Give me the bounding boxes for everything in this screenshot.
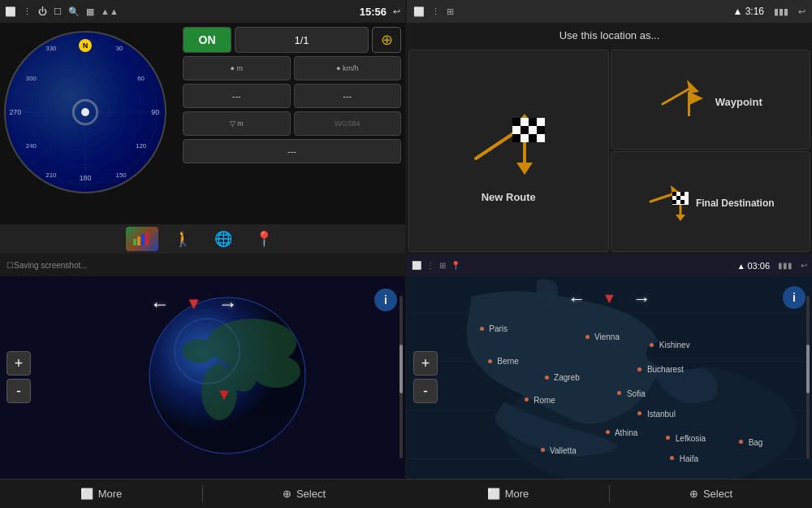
zoom-out-button-p4[interactable]: - xyxy=(413,379,438,403)
panel-location-select: ⬜ ⋮ ⊞ ▲ 3:16 ▮▮▮ ↩ Use this location as.… xyxy=(407,0,812,254)
p4-screen-icon: ⊞ xyxy=(439,261,446,270)
svg-line-50 xyxy=(650,193,675,202)
heading-label: N xyxy=(83,41,89,50)
svg-point-16 xyxy=(81,108,89,116)
select-button-p3[interactable]: ⊕ Select xyxy=(203,480,405,508)
svg-text:60: 60 xyxy=(137,75,145,82)
zoom-in-button-p3[interactable]: + xyxy=(6,351,31,376)
city-bucharest: Bucharest xyxy=(637,361,683,376)
waypoint-icon xyxy=(659,76,707,124)
svg-rect-30 xyxy=(133,239,136,245)
panel1-bottom-bar: 🚶 🌐 📍 xyxy=(0,224,405,254)
panel3-topbar: ☐ Saving screenshot... xyxy=(0,255,405,276)
value1-display: --- xyxy=(183,84,291,108)
svg-rect-39 xyxy=(529,118,537,126)
compass-circle: 0 180 90 270 30 60 120 150 210 240 300 3… xyxy=(4,31,166,193)
select-icon-p4: ⊕ xyxy=(689,488,698,500)
window-icon: ⬜ xyxy=(5,7,16,17)
new-route-option[interactable]: New Route xyxy=(408,50,609,252)
svg-rect-53 xyxy=(672,192,676,196)
nav-left-arrow[interactable]: ← xyxy=(150,293,170,315)
p2-back-icon[interactable]: ↩ xyxy=(798,7,806,17)
p2-signal: ▲ xyxy=(732,6,745,17)
panel4-topbar: ⬜ ⋮ ⊞ 📍 ▲ 03:06 ▮▮▮ ↩ xyxy=(407,255,812,276)
p4-signal: ▲ xyxy=(737,262,748,271)
p4-menu-icon[interactable]: ⋮ xyxy=(426,261,434,270)
svg-text:330: 330 xyxy=(45,45,57,52)
info-row-2: ● m ● km/h xyxy=(183,56,401,80)
value2-display: --- xyxy=(294,84,402,108)
svg-text:150: 150 xyxy=(116,172,127,179)
compass-area: 0 180 90 270 30 60 120 150 210 240 300 3… xyxy=(0,23,179,202)
svg-rect-57 xyxy=(680,200,685,204)
globe-button[interactable]: 🌐 xyxy=(207,227,240,251)
kmh-display: ● km/h xyxy=(294,56,402,80)
compass-heading-marker: N xyxy=(79,39,92,52)
on-button[interactable]: ON xyxy=(183,27,231,53)
svg-rect-40 xyxy=(520,126,529,134)
pin-button[interactable]: 📍 xyxy=(248,227,280,251)
svg-text:120: 120 xyxy=(136,142,147,150)
svg-point-63 xyxy=(252,355,300,388)
screen-icon: ☐ xyxy=(54,7,62,17)
p2-window-icon: ⬜ xyxy=(413,7,425,17)
location-options-grid: New Route Waypoint xyxy=(407,48,812,254)
more-button-p3[interactable]: ⬜ More xyxy=(0,480,202,508)
p2-battery: ▮▮▮ xyxy=(774,7,788,17)
svg-marker-48 xyxy=(689,92,703,105)
nav-arrows-p4: ← ▼ → xyxy=(568,289,651,310)
svg-rect-33 xyxy=(145,232,149,245)
bearing-display: ▽ m xyxy=(183,111,291,136)
waypoint-option[interactable]: Waypoint xyxy=(611,50,811,150)
city-vienna: Vienna xyxy=(585,328,620,343)
zoom-out-button-p3[interactable]: - xyxy=(6,379,31,403)
back-icon[interactable]: ↩ xyxy=(393,7,400,17)
city-paris: Paris xyxy=(480,320,508,335)
info-row-4: ▽ m WGS84 xyxy=(183,111,401,136)
zoom-in-button-p4[interactable]: + xyxy=(413,351,438,376)
final-destination-icon xyxy=(646,177,691,225)
wgs-display: WGS84 xyxy=(294,111,402,136)
city-zagreb: Zagreb xyxy=(545,369,580,384)
info-button-p3[interactable]: i xyxy=(374,289,397,311)
fraction-display: 1/1 xyxy=(235,27,369,53)
p4-back-icon[interactable]: ↩ xyxy=(801,261,807,270)
city-rome: Rome xyxy=(525,392,555,406)
info-button-p4[interactable]: i xyxy=(783,286,806,309)
panel1-main-content: 0 180 90 270 30 60 120 150 210 240 300 3… xyxy=(0,23,405,224)
globe-map-content: ← ▼ → i xyxy=(0,276,405,480)
svg-rect-38 xyxy=(512,118,520,126)
search-icon[interactable]: 🔍 xyxy=(68,7,80,17)
svg-text:90: 90 xyxy=(151,108,159,116)
screenshot-icon: ☐ xyxy=(6,261,14,270)
final-destination-option[interactable]: Final Destination xyxy=(611,151,811,251)
nav-right-arrow-p4[interactable]: → xyxy=(633,289,650,310)
svg-rect-56 xyxy=(672,200,676,204)
p2-menu-icon[interactable]: ⋮ xyxy=(431,7,440,17)
svg-text:240: 240 xyxy=(26,142,37,150)
city-bag: Bag xyxy=(739,434,762,449)
final-destination-label: Final Destination xyxy=(696,198,775,209)
pedestrian-button[interactable]: 🚶 xyxy=(166,227,199,251)
nav-center-p4: ▼ xyxy=(603,290,617,307)
select-button-p4[interactable]: ⊕ Select xyxy=(610,480,812,508)
power-icon[interactable]: ⏻ xyxy=(38,7,47,16)
svg-rect-42 xyxy=(512,134,520,142)
p4-clock: ▲ 03:06 xyxy=(737,261,770,271)
screenshot-text: Saving screenshot... xyxy=(14,261,88,270)
nav-center-pin: ▼ xyxy=(186,294,202,313)
compass-orient-button[interactable]: ⊕ xyxy=(372,27,401,53)
panel-europe-map: ⬜ ⋮ ⊞ 📍 ▲ 03:06 ▮▮▮ ↩ xyxy=(407,255,812,509)
svg-text:300: 300 xyxy=(26,75,37,82)
p2-screen-icon: ⊞ xyxy=(447,7,454,17)
grid-icon: ▦ xyxy=(86,7,94,17)
bars-button[interactable] xyxy=(126,227,158,251)
nav-left-arrow-p4[interactable]: ← xyxy=(568,289,586,310)
meters-display: ● m xyxy=(183,56,291,80)
nav-right-arrow[interactable]: → xyxy=(218,293,238,315)
menu-icon[interactable]: ⋮ xyxy=(23,7,32,17)
svg-rect-49 xyxy=(688,92,690,116)
globe: ▼ xyxy=(146,294,309,460)
svg-rect-55 xyxy=(676,196,680,200)
more-button-p4[interactable]: ⬜ More xyxy=(407,480,609,508)
